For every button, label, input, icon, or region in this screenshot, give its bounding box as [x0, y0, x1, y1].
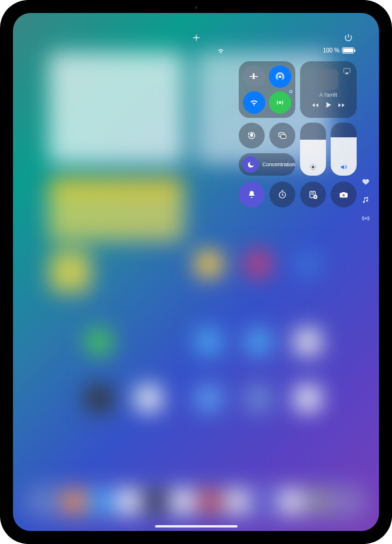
add-control-button[interactable] [192, 33, 201, 42]
plus-icon [192, 33, 201, 42]
sun-icon [309, 163, 317, 171]
focus-mode-button[interactable]: Concentration [239, 153, 295, 176]
speaker-icon [340, 163, 348, 171]
rewind-icon [311, 101, 319, 109]
media-playback-tile[interactable]: À l'arrêt [300, 61, 357, 118]
airplay-button[interactable] [343, 67, 351, 75]
home-indicator[interactable] [155, 525, 238, 527]
bell-icon [247, 190, 256, 199]
focus-label: Concentration [262, 162, 295, 167]
moon-icon [242, 156, 259, 173]
quick-note-button[interactable] [300, 182, 326, 207]
bluetooth-dot-icon [289, 90, 292, 93]
media-status-label: À l'arrêt [319, 92, 338, 98]
volume-slider[interactable] [331, 123, 357, 176]
power-icon [344, 33, 353, 42]
previous-track-button[interactable] [311, 101, 319, 109]
screen-mirroring-icon [278, 131, 287, 140]
timer-icon [278, 190, 287, 199]
music-note-icon[interactable] [362, 196, 370, 204]
favorite-icon[interactable] [362, 178, 370, 186]
connectivity-group [239, 61, 295, 118]
next-track-button[interactable] [338, 101, 345, 109]
device-frame: 100 % [0, 0, 392, 544]
forward-icon [338, 101, 345, 109]
battery-indicator: 100 % [323, 47, 354, 54]
brightness-slider[interactable] [300, 123, 326, 176]
play-pause-button[interactable] [324, 100, 333, 110]
svg-point-5 [312, 166, 314, 168]
svg-point-0 [279, 76, 281, 78]
control-center: À l'arrêt [239, 61, 357, 207]
media-artwork-placeholder [318, 70, 338, 90]
svg-point-9 [342, 194, 345, 196]
airdrop-icon [275, 72, 285, 81]
screen: 100 % [13, 13, 379, 531]
cellular-data-toggle[interactable] [269, 91, 291, 114]
airplay-icon [343, 67, 351, 75]
timer-button[interactable] [269, 182, 295, 207]
power-button[interactable] [344, 33, 353, 42]
rotation-lock-icon [247, 131, 256, 140]
svg-point-10 [365, 217, 366, 219]
silent-mode-button[interactable] [239, 182, 265, 207]
svg-rect-4 [281, 135, 286, 139]
svg-rect-2 [251, 134, 252, 136]
rotation-lock-toggle[interactable] [239, 123, 265, 149]
side-quick-icons [362, 178, 370, 222]
wifi-icon [249, 98, 259, 107]
shortcuts-row [239, 182, 357, 207]
airdrop-toggle[interactable] [269, 65, 291, 88]
play-icon [324, 100, 333, 110]
note-add-icon [308, 190, 318, 199]
nearby-share-icon[interactable] [362, 215, 370, 222]
cellular-icon [275, 98, 285, 107]
camera-icon [339, 190, 348, 199]
svg-point-1 [279, 101, 281, 104]
front-camera [195, 6, 197, 9]
camera-button[interactable] [331, 182, 357, 207]
wifi-status-icon [217, 47, 225, 55]
battery-percent-label: 100 % [323, 47, 340, 54]
airplane-mode-toggle[interactable] [243, 65, 265, 88]
screen-mirroring-button[interactable] [269, 123, 295, 149]
wifi-toggle[interactable] [243, 91, 265, 114]
airplane-icon [249, 72, 259, 81]
